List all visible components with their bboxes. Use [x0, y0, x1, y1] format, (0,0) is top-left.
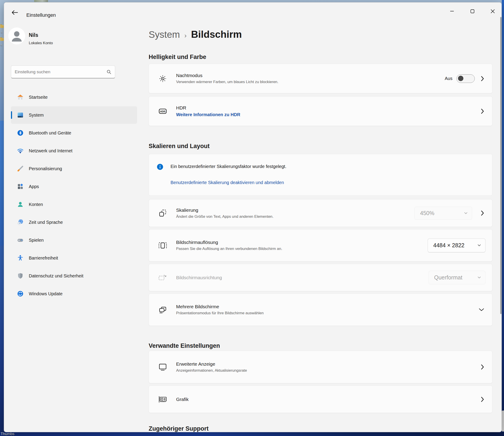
desktop-photo-fragment [34, 0, 48, 2]
sidebar-item-konten[interactable]: Konten [11, 196, 137, 213]
toggle-knob [458, 76, 463, 81]
back-button[interactable] [11, 10, 18, 15]
sidebar-item-label: Datenschutz und Sicherheit [29, 273, 83, 278]
chevron-right-icon [481, 76, 484, 81]
breadcrumb-parent[interactable]: System [149, 29, 180, 40]
sidebar-item-zeit-und-sprache[interactable]: Zeit und Sprache [11, 213, 137, 231]
card-title: Bildschirmauflösung [176, 240, 428, 245]
apps-icon [17, 183, 24, 190]
card-title: Mehrere Bildschirme [176, 304, 479, 309]
maximize-icon [470, 9, 474, 13]
card-subtitle: Präsentationsmodus für Ihre Bildschirme … [176, 311, 479, 315]
scaling-value: 450% [420, 210, 459, 216]
section-heading-layout: Skalieren und Layout [149, 143, 210, 150]
card-subtitle: Anzeigeinformationen, Aktualisierungsrat… [176, 368, 481, 373]
night-mode-toggle[interactable] [457, 74, 475, 83]
system-icon [17, 112, 24, 118]
svg-text:HDR: HDR [160, 110, 165, 113]
hdr-info-link[interactable]: Weitere Informationen zu HDR [176, 112, 481, 117]
resolution-value: 4484 × 2822 [433, 242, 472, 249]
page-title: Bildschirm [191, 29, 242, 40]
card-title: Skalierung [176, 207, 414, 213]
multiple-displays-card[interactable]: Mehrere Bildschirme Präsentationsmodus f… [149, 294, 492, 326]
sidebar-item-barrierefreiheit[interactable]: Barrierefreiheit [11, 249, 137, 267]
advanced-display-icon [158, 362, 168, 372]
resolution-card: Bildschirmauflösung Passen Sie die Auflö… [149, 229, 492, 261]
card-title: HDR [176, 105, 481, 111]
back-arrow-icon [11, 10, 18, 15]
sidebar-item-label: Barrierefreiheit [29, 256, 58, 261]
desktop-icon-label-thumbs: Thumbs [1, 432, 14, 436]
sidebar-item-label: Personalisierung [29, 166, 62, 171]
user-avatar-icon [8, 28, 25, 45]
sidebar-item-label: System [29, 112, 44, 118]
sidebar-item-system[interactable]: System [11, 106, 137, 124]
card-subtitle: Ändert die Größe von Text, Apps und ande… [176, 214, 414, 219]
close-button[interactable] [487, 7, 498, 15]
network-icon [17, 148, 24, 154]
orientation-card: Bildschirmausrichtung Querformat [149, 264, 492, 291]
hdr-card[interactable]: HDR HDR Weitere Informationen zu HDR [149, 96, 492, 126]
sidebar-item-windows-update[interactable]: Windows Update [11, 285, 137, 302]
card-subtitle: Passen Sie die Auflösung an Ihren verbun… [176, 247, 428, 251]
sidebar-item-spielen[interactable]: Spielen [11, 232, 137, 249]
graphics-icon [158, 394, 168, 404]
close-icon [491, 9, 495, 13]
search-icon [105, 69, 115, 74]
user-account-type: Lokales Konto [29, 41, 53, 45]
night-mode-card[interactable]: Nachtmodus Verwenden wärmerer Farben, um… [149, 64, 492, 93]
sidebar-item-personalisierung[interactable]: Personalisierung [11, 160, 137, 177]
disable-custom-scaling-link[interactable]: Benutzerdefinierte Skalierung deaktivier… [171, 180, 284, 185]
orientation-dropdown: Querformat [429, 271, 486, 284]
graphics-card[interactable]: Grafik [149, 386, 492, 413]
desktop-folder-icon [0, 25, 4, 28]
sidebar-item-netzwerk[interactable]: Netzwerk und Internet [11, 142, 137, 159]
accessibility-icon [17, 255, 24, 261]
desktop-folder-icon [0, 38, 4, 41]
dropdown-chevron-icon [478, 244, 481, 246]
orientation-value: Querformat [434, 274, 472, 281]
sidebar-item-apps[interactable]: Apps [11, 178, 137, 195]
minimize-button[interactable] [447, 7, 457, 15]
sidebar-item-label: Startseite [29, 95, 47, 100]
card-title: Nachtmodus [176, 73, 445, 78]
chevron-right-icon [481, 109, 484, 114]
home-icon [17, 94, 24, 101]
card-title: Bildschirmausrichtung [176, 275, 429, 280]
sidebar-item-label: Netzwerk und Internet [29, 148, 72, 153]
advanced-display-card[interactable]: Erweiterte Anzeige Anzeigeinformationen,… [149, 351, 492, 383]
multiple-displays-icon [158, 305, 168, 315]
desktop-wallpaper-right [502, 0, 504, 436]
user-name: Nils [29, 32, 38, 38]
windows-update-icon [17, 290, 24, 297]
section-heading-brightness: Helligkeit und Farbe [149, 54, 206, 61]
sidebar-item-label: Bluetooth und Geräte [29, 130, 71, 136]
custom-scaling-message: Ein benutzerdefinierter Skalierungsfakto… [171, 164, 286, 169]
resolution-dropdown[interactable]: 4484 × 2822 [428, 239, 486, 252]
desktop-icon-label: N [0, 44, 2, 46]
sidebar-item-label: Windows Update [29, 291, 63, 297]
sidebar-item-bluetooth[interactable]: Bluetooth und Geräte [11, 124, 137, 142]
chevron-right-icon [481, 210, 484, 216]
scaling-card[interactable]: Skalierung Ändert die Größe von Text, Ap… [149, 199, 492, 227]
card-subtitle: Verwenden wärmerer Farben, um blaues Lic… [176, 80, 445, 84]
chevron-right-icon [481, 364, 484, 370]
search-input[interactable] [11, 69, 105, 74]
sidebar-item-label: Spielen [29, 238, 44, 243]
desktop-icon-label: o [1, 31, 2, 34]
selected-accent-bar [11, 111, 12, 119]
sidebar-item-label: Zeit und Sprache [29, 220, 63, 225]
chevron-down-icon[interactable] [479, 308, 484, 311]
vertical-scrollbar[interactable] [500, 17, 502, 314]
accounts-icon [17, 201, 24, 208]
custom-scaling-info-card: Ein benutzerdefinierter Skalierungsfakto… [149, 154, 492, 196]
maximize-button[interactable] [467, 7, 477, 15]
section-heading-related: Verwandte Einstellungen [149, 343, 220, 349]
sidebar-item-startseite[interactable]: Startseite [11, 88, 137, 106]
window-title: Einstellungen [26, 12, 56, 18]
sidebar-item-datenschutz[interactable]: Datenschutz und Sicherheit [11, 267, 137, 285]
sidebar-item-label: Apps [29, 184, 39, 189]
chevron-right-icon [481, 397, 484, 402]
info-icon [157, 164, 163, 170]
search-box [11, 65, 115, 78]
